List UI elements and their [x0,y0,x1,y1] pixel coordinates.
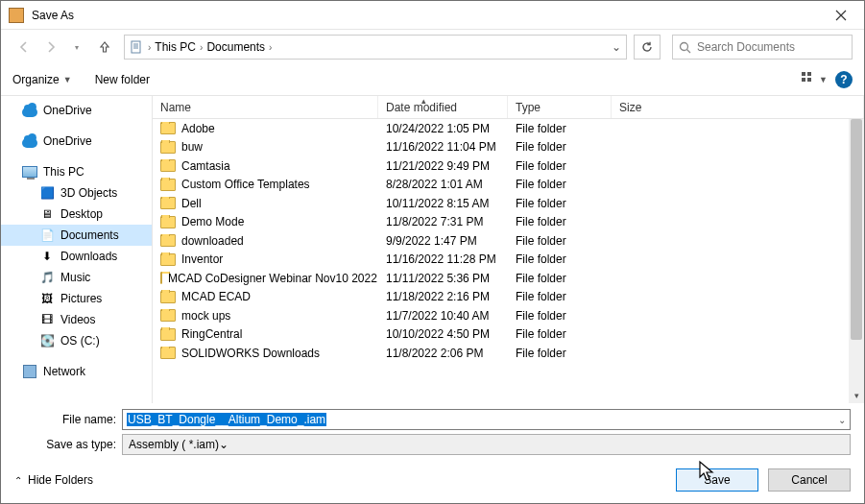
table-row[interactable]: mock ups11/7/2022 10:40 AMFile folder [153,306,864,325]
folder-icon [160,291,176,303]
table-row[interactable]: RingCentral10/10/2022 4:50 PMFile folder [153,325,864,345]
sidebar-item-3d-objects[interactable]: 🟦3D Objects [1,182,152,204]
col-name[interactable]: Name [153,96,378,118]
savetype-combo[interactable]: Assembly ( *.iam) ⌄ [122,434,851,455]
filename-input[interactable]: USB_BT_Dongle__Altium_Demo_.iam ⌄ [122,409,851,430]
sidebar-label: Videos [60,313,95,326]
scrollbar-thumb[interactable] [851,119,862,340]
file-name: buw [181,140,203,154]
file-date: 11/16/2022 11:04 PM [378,140,508,154]
sidebar-label: Network [43,365,85,378]
titlebar: Save As [1,1,864,30]
col-type[interactable]: Type [508,96,612,118]
file-name: downloaded [181,234,244,248]
organize-button[interactable]: Organize ▼ [12,73,72,86]
file-name: Inventor [181,252,223,266]
sidebar-item-onedrive[interactable]: OneDrive [1,100,152,121]
folder-icon [160,234,176,247]
table-row[interactable]: Inventor11/16/2022 11:28 PMFile folder [153,251,864,270]
table-row[interactable]: downloaded9/9/2022 1:47 PMFile folder [153,231,864,251]
chevron-down-icon[interactable]: ⌄ [219,438,228,451]
file-name: mock ups [181,309,230,323]
address-dropdown-button[interactable]: ⌄ [607,40,626,54]
file-type: File folder [508,272,612,285]
crumb-documents[interactable]: Documents [206,40,265,54]
table-row[interactable]: MCAD ECAD11/18/2022 2:16 PMFile folder [153,288,864,307]
back-button[interactable] [12,36,36,59]
view-options-button[interactable]: ▼ [802,72,828,87]
address-bar[interactable]: › This PC › Documents › ⌄ [124,35,627,60]
forward-button[interactable] [39,36,62,59]
file-list[interactable]: Adobe10/24/2022 1:05 PMFile folderbuw11/… [153,119,864,403]
footer: ⌃ Hide Folders Save Cancel [1,457,864,503]
sidebar-item-videos[interactable]: 🎞Videos [1,309,152,330]
folder-icon [160,272,162,284]
view-grid-icon [802,72,817,87]
file-name: Custom Office Templates [181,178,310,191]
sidebar-item-os-c-[interactable]: 💽OS (C:) [1,330,152,351]
filename-label: File name: [14,413,122,426]
close-button[interactable] [819,1,862,30]
sidebar-item-music[interactable]: 🎵Music [1,267,152,288]
table-row[interactable]: Demo Mode11/8/2022 7:31 PMFile folder [153,213,864,232]
sidebar-item-network[interactable]: Network [1,361,152,382]
folder-icon [160,216,176,228]
file-date: 10/24/2022 1:05 PM [378,122,508,135]
scrollbar-down-button[interactable]: ▾ [849,388,864,403]
file-date: 10/11/2022 8:15 AM [378,197,508,210]
help-button[interactable]: ? [835,71,853,88]
sidebar-label: Pictures [60,292,102,305]
file-name: SOLIDWORKS Downloads [181,347,320,360]
table-row[interactable]: Dell10/11/2022 8:15 AMFile folder [153,194,864,213]
table-row[interactable]: Camtasia11/21/2022 9:49 PMFile folder [153,156,864,176]
chevron-down-icon: ▾ [75,43,79,52]
sidebar-label: This PC [43,165,84,179]
table-row[interactable]: Adobe10/24/2022 1:05 PMFile folder [153,119,864,138]
scrollbar[interactable]: ▾ [849,119,864,403]
chevron-down-icon: ▼ [63,75,72,84]
search-input[interactable]: Search Documents [672,35,853,60]
table-row[interactable]: SOLIDWORKS Downloads11/8/2022 2:06 PMFil… [153,344,864,363]
back-arrow-icon [17,40,31,54]
window-title: Save As [32,9,819,22]
file-name: Dell [181,197,202,210]
chevron-down-icon: ▼ [819,75,828,84]
sidebar-item-documents[interactable]: 📄Documents [1,225,152,246]
file-name: Demo Mode [181,215,244,228]
sidebar-item-thispc[interactable]: This PC [1,161,152,182]
col-size[interactable]: Size [612,96,864,118]
sidebar-label: OneDrive [43,104,92,117]
sidebar-item-desktop[interactable]: 🖥Desktop [1,204,152,225]
cancel-button[interactable]: Cancel [768,468,851,492]
up-button[interactable] [93,36,116,59]
sidebar-item-downloads[interactable]: ⬇Downloads [1,246,152,267]
sidebar-item-pictures[interactable]: 🖼Pictures [1,288,152,309]
hide-folders-button[interactable]: ⌃ Hide Folders [14,473,93,487]
table-row[interactable]: MCAD CoDesigner Webinar Nov10 2022 ...11… [153,269,864,288]
sidebar-item-onedrive[interactable]: OneDrive [1,131,152,152]
file-type: File folder [508,178,612,191]
new-folder-button[interactable]: New folder [95,73,150,86]
refresh-button[interactable] [634,35,661,60]
sidebar-label: Music [60,271,90,284]
chevron-down-icon: ⌄ [612,40,621,54]
svg-rect-0 [132,41,140,53]
savetype-label: Save as type: [14,438,122,451]
recent-locations-button[interactable]: ▾ [66,36,89,59]
filename-value: USB_BT_Dongle__Altium_Demo_.iam [127,413,326,426]
chevron-down-icon[interactable]: ⌄ [838,415,846,425]
table-row[interactable]: buw11/16/2022 11:04 PMFile folder [153,138,864,157]
save-button[interactable]: Save [676,468,758,492]
folder-icon [160,179,176,191]
file-type: File folder [508,159,612,173]
column-headers: Name Date modified Type Size ▴ [153,96,864,119]
crumb-sep-icon: › [269,42,272,53]
table-row[interactable]: Custom Office Templates8/28/2022 1:01 AM… [153,176,864,195]
file-pane: Name Date modified Type Size ▴ Adobe10/2… [153,96,864,403]
file-type: File folder [508,234,612,248]
file-type: File folder [508,290,612,303]
col-date[interactable]: Date modified [378,96,508,118]
chevron-up-icon: ⌃ [14,475,22,486]
crumb-thispc[interactable]: This PC [155,40,196,54]
folder-icon [160,122,176,134]
